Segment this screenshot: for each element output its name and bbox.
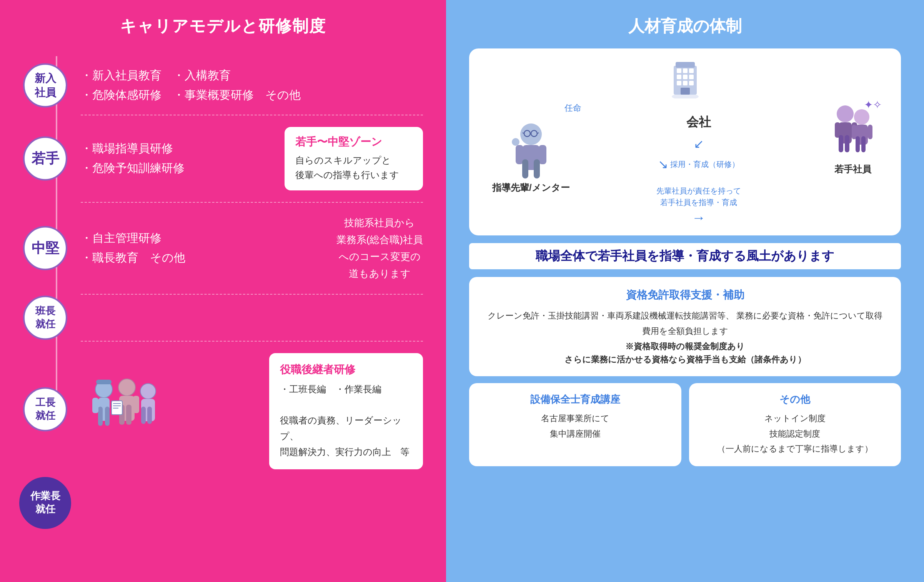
svg-point-44 — [837, 105, 854, 122]
svg-rect-31 — [681, 88, 690, 95]
content-wakate: ・職場指導員研修 ・危険予知訓練研修 — [81, 141, 277, 176]
career-row-chuuken: 中堅 ・自主管理研修 ・職長教育 その他 技能系社員から業務系(総合職)社員への… — [81, 203, 423, 295]
right-arrow-long: → — [656, 210, 741, 226]
wakate-box: 若手〜中堅ゾーン 自らのスキルアップと後輩への指導も行います — [285, 127, 423, 190]
career-row-kouchoo: 工長就任 — [81, 342, 423, 477]
arrow-right: ↘ — [658, 157, 668, 172]
left-title: キャリアモデルと研修制度 — [23, 15, 423, 37]
bottom-card-1-title: 設備保全士育成講座 — [481, 393, 670, 406]
sparkle-icon: ✦✧ — [864, 98, 882, 111]
hire-label: 採用・育成（研修） — [670, 159, 739, 170]
side-note-chuuken: 技能系社員から業務系(総合職)社員へのコース変更の道もあります — [336, 214, 423, 282]
svg-rect-42 — [534, 159, 540, 178]
svg-rect-14 — [147, 407, 152, 424]
workers-illustration — [81, 372, 165, 450]
svg-rect-1 — [96, 380, 112, 384]
svg-rect-27 — [689, 75, 694, 79]
company-center: 会社 ↙ ↘ 採用・育成（研修） 先輩社員が責任を持って若手社員を指導・育成 → — [656, 114, 741, 226]
content-hanchoo — [81, 306, 423, 329]
circle-shinnyuu: 新入社員 — [23, 63, 67, 108]
left-panel: キャリアモデルと研修制度 新入社員 ・新入社員教育 ・入構教育 ・危険体感研修 … — [0, 0, 446, 582]
svg-rect-21 — [676, 62, 695, 68]
svg-rect-48 — [839, 135, 843, 152]
kouchoo-box-desc: ・工班長編 ・作業長編役職者の責務、リーダーシップ、問題解決力、実行力の向上 等 — [280, 382, 412, 460]
circle-chuuken: 中堅 — [23, 226, 67, 270]
qual-note2: さらに業務に活かせる資格なら資格手当も支給（諸条件あり） — [484, 354, 886, 365]
svg-rect-53 — [868, 125, 872, 139]
circle-wakate: 若手 — [23, 137, 67, 181]
bottom-card-2: その他 ネットイン制度技能認定制度（一人前になるまで丁寧に指導します） — [689, 383, 901, 466]
appoint-label: 任命 — [564, 102, 581, 114]
bottom-card-2-desc: ネットイン制度技能認定制度（一人前になるまで丁寧に指導します） — [701, 411, 890, 457]
item-3-2: ・職長教育 その他 — [81, 250, 329, 266]
mentor-figure — [506, 121, 556, 178]
mentoring-card: 任命 — [469, 48, 901, 235]
svg-rect-52 — [852, 125, 856, 139]
qual-desc: クレーン免許・玉掛技能講習・車両系建設機械運転技能講習等、 業務に必要な資格・免… — [484, 308, 886, 339]
svg-rect-46 — [835, 122, 840, 138]
bottom-card-2-title: その他 — [701, 393, 890, 406]
svg-point-11 — [140, 384, 156, 399]
item-1-2: ・危険体感研修 ・事業概要研修 その他 — [81, 87, 423, 103]
svg-point-6 — [118, 379, 135, 396]
item-4-space — [81, 306, 423, 329]
svg-rect-29 — [683, 81, 688, 85]
item-3-1: ・自主管理研修 — [81, 230, 329, 246]
svg-point-43 — [512, 138, 519, 146]
circle-last: 作業長就任 — [19, 477, 71, 529]
svg-rect-9 — [126, 405, 132, 425]
arrow-left: ↙ — [694, 137, 704, 151]
svg-rect-22 — [677, 68, 681, 73]
career-row-wakate: 若手 ・職場指導員研修 ・危険予知訓練研修 若手〜中堅ゾーン 自らのスキルアップ… — [81, 115, 423, 203]
svg-rect-24 — [689, 68, 694, 73]
mentor-arrow-text: 先輩社員が責任を持って若手社員を指導・育成 — [656, 185, 741, 208]
bottom-cards: 設備保全士育成講座 名古屋事業所にて集中講座開催 その他 ネットイン制度技能認定… — [469, 383, 901, 466]
right-title: 人材育成の体制 — [469, 15, 901, 37]
item-1-1: ・新入社員教育 ・入構教育 — [81, 68, 423, 83]
building-container — [484, 60, 886, 98]
svg-rect-54 — [856, 136, 860, 152]
circle-hanchoo: 班長就任 — [23, 295, 67, 340]
mentor-label: 指導先輩/メンター — [492, 182, 570, 194]
svg-rect-49 — [845, 135, 849, 152]
kouchoo-box-title: 役職後継者研修 — [280, 362, 412, 377]
kouchoo-box: 役職後継者研修 ・工班長編 ・作業長編役職者の責務、リーダーシップ、問題解決力、… — [269, 353, 423, 469]
svg-rect-25 — [677, 75, 681, 79]
svg-rect-40 — [539, 145, 546, 164]
qual-desc-text: クレーン免許・玉掛技能講習・車両系建設機械運転技能講習等、 業務に必要な資格・免… — [488, 311, 882, 336]
content-shinnyuu: ・新入社員教育 ・入構教育 ・危険体感研修 ・事業概要研修 その他 — [81, 68, 423, 103]
wakate-box-desc: 自らのスキルアップと後輩への指導も行います — [295, 153, 412, 183]
svg-rect-39 — [516, 145, 523, 164]
mentoring-middle: 任命 — [484, 102, 886, 226]
qual-title: 資格免許取得支援・補助 — [484, 288, 886, 302]
item-2-1: ・職場指導員研修 — [81, 141, 277, 157]
item-2-2: ・危険予知訓練研修 — [81, 160, 277, 176]
bottom-card-1-desc: 名古屋事業所にて集中講座開催 — [481, 411, 670, 441]
wakate-box-title: 若手〜中堅ゾーン — [295, 135, 412, 149]
svg-rect-13 — [141, 407, 146, 424]
right-arrow-row: ↘ 採用・育成（研修） — [658, 157, 739, 172]
svg-rect-41 — [522, 159, 528, 178]
building-icon — [666, 60, 704, 98]
bottom-card-1: 設備保全士育成講座 名古屋事業所にて集中講座開催 — [469, 383, 681, 466]
mentor-col: 任命 — [492, 102, 570, 194]
svg-rect-10 — [133, 396, 139, 413]
right-panel: 人材育成の体制 — [446, 0, 924, 582]
circle-kouchoo: 工長就任 — [23, 387, 67, 431]
qual-note1: ※資格取得時の報奨金制度あり — [484, 341, 886, 352]
svg-rect-55 — [861, 136, 866, 152]
mentor-arrow: 先輩社員が責任を持って若手社員を指導・育成 → — [656, 185, 741, 226]
content-chuuken: ・自主管理研修 ・職長教育 その他 — [81, 230, 329, 266]
left-arrow-row: ↙ — [694, 137, 704, 151]
company-label: 会社 — [686, 114, 711, 131]
svg-rect-5 — [92, 398, 98, 413]
highlight-text: 職場全体で若手社員を指導・育成する風土があります — [469, 243, 901, 269]
svg-rect-3 — [98, 407, 103, 426]
svg-rect-4 — [105, 407, 110, 426]
appoint-label-area: 任命 — [564, 102, 581, 114]
svg-point-50 — [854, 109, 869, 125]
svg-rect-28 — [677, 81, 681, 85]
svg-rect-30 — [689, 81, 694, 85]
young-col: ✦✧ 若手社員 — [828, 102, 878, 175]
svg-rect-26 — [683, 75, 688, 79]
